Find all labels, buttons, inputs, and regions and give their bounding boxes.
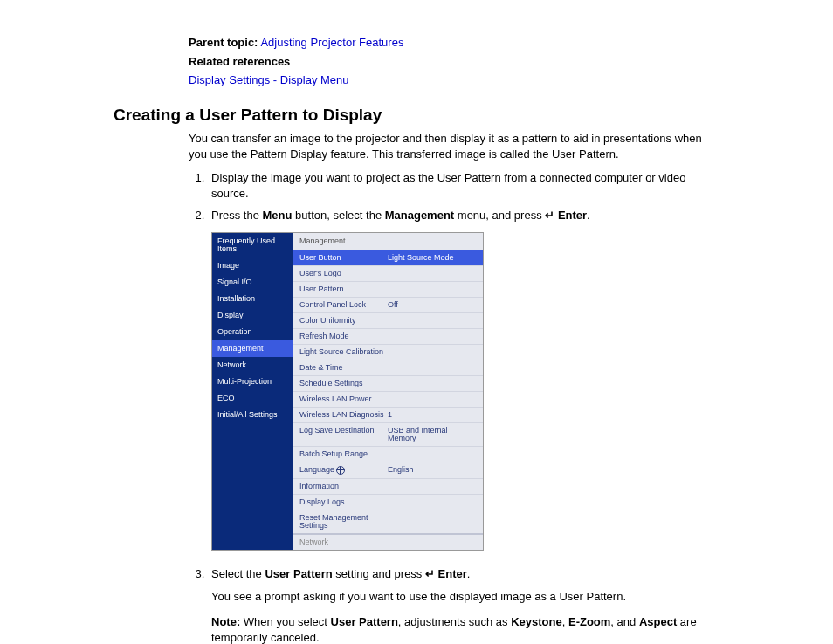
globe-icon: [336, 466, 345, 475]
note-label: Note:: [211, 615, 240, 628]
menu-panel-item-value: English: [388, 466, 476, 475]
note-text-h: , and: [610, 615, 639, 628]
menu-panel-item-value: [388, 514, 476, 530]
menu-panel-item: Reset Management Settings: [293, 510, 483, 533]
note-aspect-bold: Aspect: [639, 615, 677, 628]
menu-panel-item: Date & Time: [293, 360, 483, 375]
menu-sidebar-item: Signal I/O: [212, 274, 293, 291]
step-3-enter-bold: Enter: [438, 567, 467, 580]
step-3-text-a: Select the: [211, 567, 265, 580]
menu-panel-item: User Pattern: [293, 281, 483, 297]
menu-panel-item: Wireless LAN Power: [293, 391, 483, 407]
menu-panel-item-value: [388, 270, 476, 277]
step-3-user-pattern-bold: User Pattern: [265, 567, 332, 580]
step-2-text-e: menu, and press: [454, 209, 545, 222]
menu-panel-item: Color Uniformity: [293, 312, 483, 328]
menu-panel-item-value: [388, 483, 476, 490]
intro-paragraph: You can transfer an image to the project…: [189, 131, 719, 161]
top-metadata: Parent topic: Adjusting Projector Featur…: [189, 35, 719, 88]
menu-panel-item-label: Display Logs: [299, 498, 388, 506]
step-2-menu-bold: Menu: [263, 209, 293, 222]
menu-panel-item: Log Save DestinationUSB and Internal Mem…: [293, 422, 483, 446]
menu-panel-item-value: [388, 364, 476, 372]
menu-panel-item-value: 1: [388, 411, 476, 419]
menu-panel-item-value: [388, 498, 476, 506]
menu-sidebar: Frequently Used ItemsImageSignal I/OInst…: [212, 233, 293, 550]
menu-sidebar-item: Image: [212, 257, 293, 274]
menu-panel-item-label: Wireless LAN Diagnosis: [299, 411, 388, 419]
menu-panel-item-label: User's Logo: [299, 270, 388, 277]
menu-panel-item-value: USB and Internal Memory: [388, 427, 476, 442]
menu-panel-item-label: Refresh Mode: [299, 332, 388, 340]
menu-panel-item-label: Light Source Calibration: [299, 348, 388, 356]
enter-icon: ↵: [425, 567, 435, 580]
menu-sidebar-item: Multi-Projection: [212, 373, 293, 390]
menu-panel-footer-label: Network: [299, 538, 476, 546]
related-references-link[interactable]: Display Settings - Display Menu: [189, 73, 349, 86]
menu-panel-item-value: [388, 450, 476, 458]
note-keystone-bold: Keystone: [511, 615, 562, 628]
menu-panel-item-value: [388, 285, 476, 293]
menu-panel-item-label: Reset Management Settings: [299, 514, 388, 530]
menu-panel-item: Refresh Mode: [293, 328, 483, 344]
menu-panel-item: User ButtonLight Source Mode: [293, 250, 483, 265]
parent-topic-label: Parent topic:: [189, 36, 258, 49]
menu-sidebar-item: Network: [212, 357, 293, 373]
menu-panel-item-label: User Button: [299, 254, 388, 262]
step-2-end: .: [587, 209, 590, 222]
enter-icon: ↵: [545, 209, 554, 222]
menu-panel-item-label: Batch Setup Range: [299, 450, 388, 458]
menu-sidebar-item: ECO: [212, 390, 293, 407]
related-references-label: Related references: [189, 54, 719, 70]
menu-panel-footer: Network: [293, 533, 483, 550]
step-2-management-bold: Management: [385, 209, 454, 222]
step-3-end: .: [467, 567, 471, 580]
menu-panel-item: Schedule Settings: [293, 375, 483, 391]
menu-panel-item-label: Date & Time: [299, 364, 388, 372]
menu-panel-item: Light Source Calibration: [293, 344, 483, 360]
menu-panel-item: Wireless LAN Diagnosis1: [293, 407, 483, 422]
menu-panel-item-label: Wireless LAN Power: [299, 395, 388, 403]
step-2-text-c: button, select the: [292, 209, 384, 222]
menu-panel: Management User ButtonLight Source ModeU…: [293, 233, 483, 550]
menu-panel-item-value: [388, 348, 476, 356]
menu-panel-item: Display Logs: [293, 494, 483, 510]
step-3-text-c: setting and press: [333, 567, 425, 580]
note-user-pattern-bold: User Pattern: [331, 615, 398, 628]
note-text-d: , adjustments such as: [398, 615, 511, 628]
step-2-enter-bold: Enter: [558, 209, 587, 222]
page-title: Creating a User Pattern to Display: [114, 104, 719, 127]
step-1: Display the image you want to project as…: [208, 170, 719, 201]
menu-panel-item-label: Schedule Settings: [299, 380, 388, 387]
menu-panel-item-label: User Pattern: [299, 285, 388, 293]
note-text-b: When you select: [240, 615, 330, 628]
menu-panel-item-label: Control Panel Lock: [299, 301, 388, 309]
menu-panel-item-value: [388, 380, 476, 387]
menu-sidebar-item: Frequently Used Items: [212, 233, 293, 257]
note-block: Note: When you select User Pattern, adju…: [211, 614, 719, 644]
menu-panel-item-label: Color Uniformity: [299, 317, 388, 325]
menu-panel-item: LanguageEnglish: [293, 462, 483, 478]
menu-sidebar-item: Management: [212, 340, 293, 357]
menu-panel-item-label: Language: [299, 466, 388, 475]
menu-sidebar-item: Initial/All Settings: [212, 407, 293, 423]
menu-panel-item-value: [388, 395, 476, 403]
step-3-subtext: You see a prompt asking if you want to u…: [211, 589, 719, 605]
steps-list: Display the image you want to project as…: [189, 170, 719, 644]
menu-panel-item: Control Panel LockOff: [293, 297, 483, 312]
step-2-text-a: Press the: [211, 209, 263, 222]
menu-panel-item-label: Information: [299, 483, 388, 490]
note-text-f: ,: [562, 615, 568, 628]
menu-panel-header: Management: [293, 233, 483, 250]
projector-menu-screenshot: Frequently Used ItemsImageSignal I/OInst…: [211, 232, 484, 551]
menu-sidebar-item: Display: [212, 307, 293, 324]
note-ezoom-bold: E-Zoom: [568, 615, 610, 628]
menu-panel-item: User's Logo: [293, 265, 483, 281]
menu-sidebar-item: Installation: [212, 291, 293, 307]
parent-topic-link[interactable]: Adjusting Projector Features: [260, 36, 403, 49]
menu-panel-item-label: Log Save Destination: [299, 427, 388, 442]
menu-panel-item-value: [388, 332, 476, 340]
menu-panel-item: Batch Setup Range: [293, 446, 483, 462]
menu-sidebar-item: Operation: [212, 324, 293, 340]
menu-panel-item-value: Off: [388, 301, 476, 309]
